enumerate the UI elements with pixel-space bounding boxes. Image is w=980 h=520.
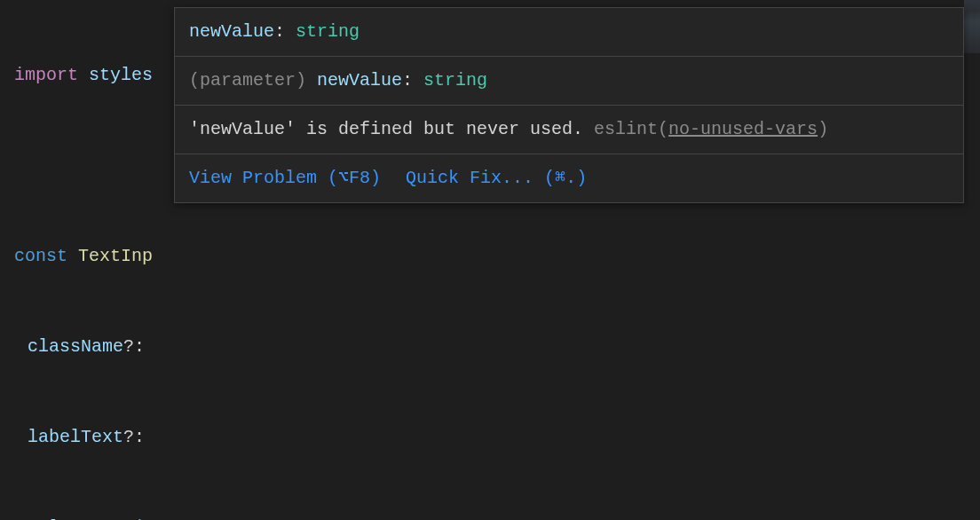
code-line: value: stri: [14, 513, 966, 520]
eslint-rule-link[interactable]: no-unused-vars: [668, 119, 818, 139]
view-problem-action[interactable]: View Problem (⌥F8): [189, 168, 381, 188]
hover-parameter-detail: (parameter) newValue: string: [175, 57, 963, 106]
minimap[interactable]: [964, 0, 980, 53]
code-line: const TextInp: [14, 241, 966, 272]
code-line: labelText?:: [14, 422, 966, 453]
hover-actions-row: View Problem (⌥F8)Quick Fix... (⌘.): [175, 154, 963, 202]
code-line: className?:: [14, 332, 966, 362]
hover-signature: newValue: string: [175, 8, 963, 57]
quick-fix-action[interactable]: Quick Fix... (⌘.): [406, 168, 587, 188]
hover-lint-message: 'newValue' is defined but never used. es…: [175, 106, 963, 154]
hover-tooltip: newValue: string (parameter) newValue: s…: [174, 7, 964, 203]
